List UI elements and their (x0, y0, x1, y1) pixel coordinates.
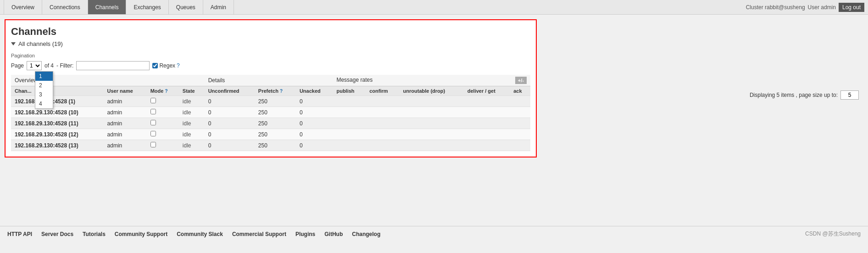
dropdown-option-3[interactable]: 3 (35, 90, 53, 99)
footer-link-github[interactable]: GitHub (324, 231, 343, 237)
table-row: 192.168.29.130:4528 (10) admin idle 0 25… (11, 107, 530, 118)
page-title: Channels (11, 26, 530, 38)
col-confirm: confirm (366, 86, 399, 96)
regex-checkbox[interactable] (152, 63, 158, 68)
pagination-row: Page 1 2 3 4 of 4 - Filter: Regex ? 1 2 … (11, 61, 530, 70)
cell-deliver-get (464, 129, 510, 140)
mode-checkbox[interactable] (150, 131, 156, 136)
footer-link-commercial-support[interactable]: Commercial Support (232, 231, 286, 237)
cell-state: idle (179, 107, 205, 118)
cell-unacked: 0 (296, 140, 333, 151)
channels-box: Channels All channels (19) Pagination Pa… (5, 19, 537, 157)
table-row: 192.168.29.130:4528 (13) admin idle 0 25… (11, 140, 530, 151)
footer-link-http-api[interactable]: HTTP API (7, 231, 32, 237)
regex-help-link[interactable]: ? (177, 62, 180, 69)
cell-ack (510, 107, 530, 118)
footer: HTTP API Server Docs Tutorials Community… (0, 226, 868, 242)
cell-publish (333, 96, 366, 107)
mode-checkbox[interactable] (150, 109, 156, 114)
cell-deliver-get (464, 107, 510, 118)
dropdown-option-4[interactable]: 4 (35, 99, 53, 108)
footer-link-tutorials[interactable]: Tutorials (83, 231, 106, 237)
col-unroutable: unroutable (drop) (400, 86, 464, 96)
dropdown-option-1[interactable]: 1 (35, 72, 53, 81)
cell-state: idle (179, 140, 205, 151)
cell-confirm (366, 129, 399, 140)
section-details: Details (205, 75, 333, 86)
tab-exchanges[interactable]: Exchanges (126, 0, 168, 14)
cell-confirm (366, 140, 399, 151)
collapse-icon[interactable] (11, 42, 16, 45)
cell-mode (147, 107, 179, 118)
cell-confirm (366, 96, 399, 107)
tab-overview[interactable]: Overview (4, 0, 42, 14)
cell-state: idle (179, 118, 205, 129)
nav-tabs: Overview Connections Channels Exchanges … (4, 0, 234, 14)
cell-confirm (366, 118, 399, 129)
footer-link-server-docs[interactable]: Server Docs (41, 231, 73, 237)
mode-checkbox[interactable] (150, 98, 156, 103)
cell-unacked: 0 (296, 96, 333, 107)
filter-label: - Filter: (56, 62, 73, 69)
dropdown-option-2[interactable]: 2 (35, 81, 53, 90)
footer-link-community-support[interactable]: Community Support (115, 231, 167, 237)
cell-unconfirmed: 0 (205, 129, 255, 140)
tab-queues[interactable]: Queues (169, 0, 203, 14)
logout-button[interactable]: Log out (839, 3, 864, 12)
section-message-rates: Message rates +/- (333, 75, 530, 86)
tab-connections[interactable]: Connections (42, 0, 88, 14)
footer-link-community-slack[interactable]: Community Slack (177, 231, 223, 237)
channels-table: Overview Details Message rates +/- Chan.… (11, 75, 530, 151)
cell-mode (147, 129, 179, 140)
footer-link-changelog[interactable]: Changelog (352, 231, 380, 237)
footer-link-plugins[interactable]: Plugins (295, 231, 315, 237)
cell-unroutable (400, 129, 464, 140)
cell-unroutable (400, 96, 464, 107)
cell-mode (147, 96, 179, 107)
cell-username: admin (104, 107, 147, 118)
cell-mode (147, 118, 179, 129)
cell-deliver-get (464, 118, 510, 129)
tab-channels[interactable]: Channels (88, 0, 127, 14)
cell-prefetch: 250 (255, 96, 296, 107)
pagination-label: Pagination (11, 53, 530, 58)
mode-checkbox[interactable] (150, 142, 156, 147)
cell-ack (510, 140, 530, 151)
cell-username: admin (104, 96, 147, 107)
cell-unconfirmed: 0 (205, 118, 255, 129)
cluster-value: rabbit@susheng (765, 4, 805, 11)
tab-admin[interactable]: Admin (203, 0, 234, 14)
cell-publish (333, 140, 366, 151)
plus-minus-button[interactable]: +/- (515, 77, 527, 84)
cell-confirm (366, 107, 399, 118)
table-row: 192.168.29.130:4528 (11) admin idle 0 25… (11, 118, 530, 129)
top-nav-right: Cluster rabbit@susheng User admin Log ou… (746, 0, 864, 14)
page-size-input[interactable] (840, 90, 859, 100)
cell-unroutable (400, 107, 464, 118)
cell-channel: 192.168.29.130:4528 (1) (11, 96, 104, 107)
col-publish: publish (333, 86, 366, 96)
cell-ack (510, 129, 530, 140)
mode-help-icon[interactable]: ? (165, 89, 167, 94)
cell-ack (510, 118, 530, 129)
col-state: State (179, 86, 205, 96)
cell-unconfirmed: 0 (205, 96, 255, 107)
col-username: User name (104, 86, 147, 96)
cell-ack (510, 96, 530, 107)
mode-checkbox[interactable] (150, 120, 156, 125)
cell-publish (333, 107, 366, 118)
cell-deliver-get (464, 140, 510, 151)
col-channel: Chan... (11, 86, 104, 96)
cell-username: admin (104, 129, 147, 140)
cell-prefetch: 250 (255, 107, 296, 118)
cell-prefetch: 250 (255, 118, 296, 129)
col-mode: Mode ? (147, 86, 179, 96)
cell-prefetch: 250 (255, 129, 296, 140)
prefetch-help-icon[interactable]: ? (280, 89, 283, 94)
cell-username: admin (104, 118, 147, 129)
page-select[interactable]: 1 2 3 4 (27, 61, 42, 70)
cell-unroutable (400, 118, 464, 129)
filter-input[interactable] (76, 61, 150, 70)
all-channels-label: All channels (19) (18, 40, 63, 47)
display-info-text: Displaying 5 items , page size up to: (750, 92, 838, 98)
